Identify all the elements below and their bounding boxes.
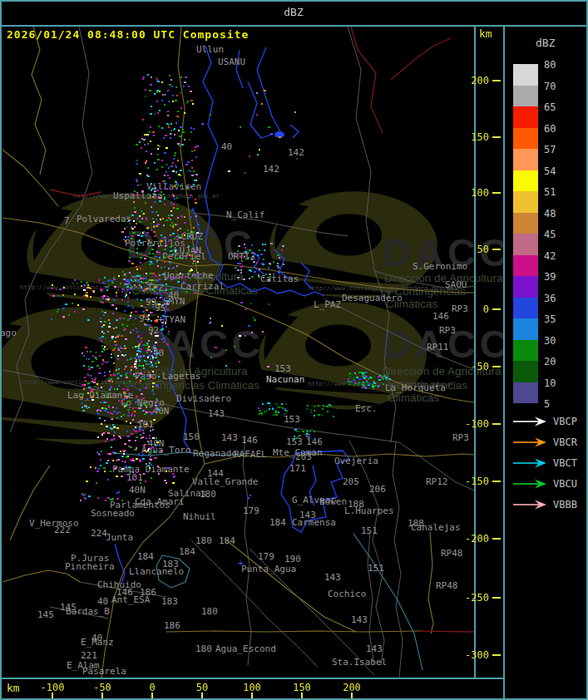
y-axis-tick-label: 0 [454,303,489,315]
dbz-scale-value-label: 35 [544,313,556,325]
y-axis-tick-mark [492,308,501,310]
y-axis-unit-label: km [479,27,492,40]
x-axis-tick-label: -100 [34,682,71,693]
y-axis-tick-mark [492,423,501,425]
y-axis-tick-mark [492,654,501,656]
y-axis-tick-mark [492,80,501,81]
y-axis-tick-mark [492,192,501,194]
vector-legend-row: VBCP [511,415,588,428]
dbz-scale-color-block [513,149,538,170]
x-axis-tick-label: -50 [84,682,121,693]
x-axis-tick-mark [101,693,103,698]
y-axis-tick-mark [492,597,501,599]
vbbb-arrow-icon [511,499,550,510]
vector-legend-label: VBCP [553,416,577,427]
dbz-scale-color-block [513,382,538,404]
map-right-border [474,25,476,679]
x-axis-tick-mark [301,693,303,698]
vbcu-arrow-icon [511,478,550,490]
y-axis-tick-label: -100 [454,418,489,430]
x-axis-tick-label: 0 [134,682,170,693]
page-title: dBZ [274,6,313,18]
y-axis-tick-label: -300 [454,649,489,661]
x-axis-tick-mark [151,693,153,698]
dbz-scale-color-block [513,106,538,128]
bottom-axis-line [0,678,505,679]
x-axis-tick-label: 50 [184,682,220,693]
x-axis-tick-mark [201,693,203,698]
y-axis-tick-label: 50 [454,244,489,255]
dbz-scale-color-block [513,361,538,382]
y-axis-tick-mark [492,136,501,138]
dbz-scale-color-block [513,86,538,107]
dbz-scale-value-label: 51 [544,186,556,198]
vbct-arrow-icon [511,457,550,469]
x-axis-tick-mark [52,693,53,698]
radar-echoes-canvas [0,0,588,700]
x-axis-unit-label: km [7,682,20,694]
y-axis-tick-mark [492,366,501,367]
vector-legend-label: VBBB [553,499,577,510]
dbz-scale-value-label: 45 [544,229,556,240]
dbz-scale-color-block [513,318,538,340]
legend-panel: dBZ 807065605754514845423936353020105 VB… [505,0,588,700]
y-axis-tick-label: 100 [454,187,489,199]
vector-legend-row: VBCU [511,477,588,490]
radar-app-window: DACCDirección de Agriculturay Contingenc… [0,0,588,700]
x-axis-tick-mark [251,693,253,698]
y-axis-tick-label: 200 [454,75,489,86]
timestamp-label: 2026/01/24 08:48:00 UTC Composite [7,28,249,41]
y-axis-tick-label: 150 [454,131,489,143]
vbcp-arrow-icon [511,416,550,427]
title-divider-line [0,25,588,27]
dbz-scale-value-label: 57 [544,144,556,155]
dbz-scale-value-label: 10 [544,377,556,389]
dbz-scale-value-label: 60 [544,123,556,135]
legend-divider-line [503,25,505,700]
y-axis-tick-label: -250 [454,592,489,604]
dbz-scale-value-label: 54 [544,165,556,177]
dbz-scale-color-block [513,234,538,255]
vector-legend-label: VBCT [553,457,577,469]
x-axis-tick-label: 150 [284,682,320,693]
dbz-scale-value-label: 70 [544,81,556,92]
dbz-scale-color-block [513,255,538,277]
dbz-scale-value-label: 39 [544,271,556,283]
dbz-scale-value-label: 65 [544,101,556,113]
dbz-scale-value-label: 42 [544,250,556,262]
y-axis-tick-label: -200 [454,533,489,545]
y-axis-tick-mark [492,481,501,482]
y-axis-tick-mark [492,249,501,250]
x-axis-tick-label: 100 [234,682,270,693]
dbz-scale-value-label: 36 [544,293,556,304]
legend-title: dBZ [536,37,555,49]
vector-legend-label: VBCU [553,478,577,490]
dbz-scale-color-block [513,298,538,319]
x-axis-tick-label: 200 [334,682,370,693]
y-axis-tick-label: -50 [454,361,489,372]
y-axis-tick-mark [492,538,501,540]
vector-legend-row: VBCT [511,456,588,470]
dbz-scale-value-label: 5 [544,398,550,410]
vector-legend-row: VBBB [511,498,588,511]
dbz-scale-color-block [513,213,538,234]
vector-legend-label: VBCR [553,436,577,448]
dbz-scale-color-block [513,276,538,298]
dbz-scale-value-label: 20 [544,356,556,367]
dbz-scale-color-block [513,170,538,192]
dbz-scale-value-label: 30 [544,335,556,347]
x-axis-tick-mark [351,693,353,698]
dbz-scale-color-block [513,191,538,213]
vector-legend-row: VBCR [511,436,588,449]
dbz-scale-color-block [513,128,538,150]
dbz-scale-value-label: 80 [544,59,556,71]
dbz-scale-value-label: 48 [544,208,556,219]
vbcr-arrow-icon [511,436,550,448]
dbz-scale-color-block [513,340,538,362]
y-axis-tick-label: -150 [454,476,489,487]
dbz-scale-color-block [513,64,538,86]
